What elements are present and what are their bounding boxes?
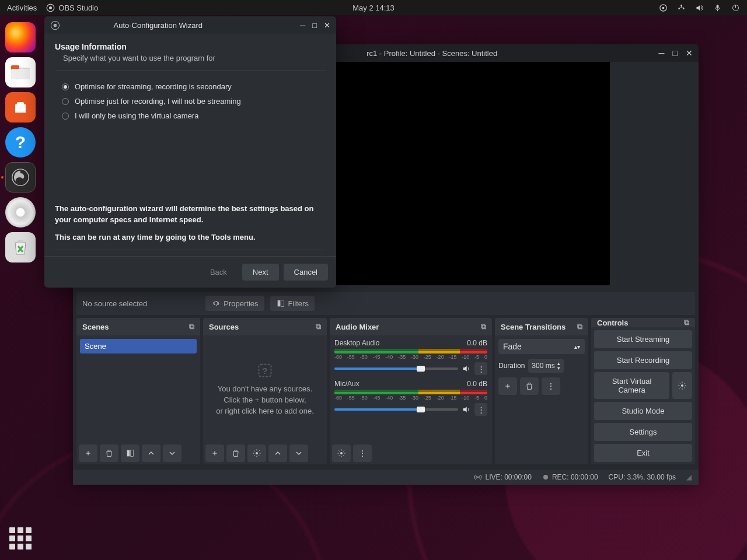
transition-value: Fade <box>503 342 522 351</box>
vcam-settings-button[interactable] <box>672 372 692 399</box>
dock-help[interactable]: ? <box>5 127 36 158</box>
topbar-app-name: OBS Studio <box>58 4 98 12</box>
mixer-menu-button[interactable]: ⋮ <box>353 444 372 462</box>
radio-dot-icon <box>62 98 69 105</box>
scene-filter-button[interactable] <box>121 444 139 462</box>
minimize-button[interactable]: ─ <box>300 21 305 30</box>
activities-button[interactable]: Activities <box>7 4 37 12</box>
obs-tray-icon[interactable] <box>659 4 668 12</box>
status-rec: REC: 00:00:00 <box>542 473 598 481</box>
svg-point-25 <box>54 23 57 27</box>
settings-button[interactable]: Settings <box>594 423 692 441</box>
source-down-button[interactable] <box>289 444 308 462</box>
popout-icon[interactable]: ⧉ <box>316 322 321 331</box>
speaker-icon[interactable] <box>462 364 471 373</box>
mixer-settings-button[interactable] <box>332 444 351 462</box>
chevron-down-icon <box>294 449 303 458</box>
radio-optimise-streaming[interactable]: Optimise for streaming, recording is sec… <box>55 79 326 94</box>
properties-label: Properties <box>224 299 258 308</box>
source-toolbar: No source selected Properties Filters <box>76 292 695 315</box>
mixer-title: Audio Mixer <box>336 323 379 331</box>
maximize-button[interactable]: □ <box>312 21 317 30</box>
duration-spinner[interactable]: 300 ms ▴▾ <box>528 359 563 373</box>
panel-icon <box>125 449 135 458</box>
network-icon[interactable] <box>677 4 686 12</box>
radio-virtual-camera[interactable]: I will only be using the virtual camera <box>55 108 326 123</box>
add-source-button[interactable]: ＋ <box>205 444 224 462</box>
minimize-button[interactable]: ─ <box>659 48 665 58</box>
studio-mode-button[interactable]: Studio Mode <box>594 402 692 420</box>
close-button[interactable]: ✕ <box>324 21 330 30</box>
topbar-app[interactable]: OBS Studio <box>46 4 98 12</box>
channel-level: 0.0 dB <box>467 380 487 388</box>
dock-software[interactable] <box>5 92 36 123</box>
vu-meter <box>334 349 487 354</box>
remove-source-button[interactable] <box>226 444 245 462</box>
mixer-channel-desktop: Desktop Audio0.0 dB -60-55-50-45-40-35-3… <box>332 338 490 379</box>
volume-slider[interactable] <box>334 368 458 370</box>
properties-button[interactable]: Properties <box>205 296 264 311</box>
wizard-title: Auto-Configuration Wizard <box>113 21 202 30</box>
dock-files[interactable] <box>5 57 36 88</box>
transition-menu-button[interactable]: ⋮ <box>542 377 560 395</box>
channel-menu-button[interactable]: ⋮ <box>474 403 487 416</box>
resize-grip[interactable]: ◢ <box>686 473 692 481</box>
transitions-title: Scene Transitions <box>501 323 566 331</box>
channel-level: 0.0 dB <box>467 339 487 347</box>
obs-icon <box>46 4 55 12</box>
scene-up-button[interactable] <box>142 444 160 462</box>
microphone-icon[interactable] <box>713 4 722 12</box>
vu-ticks: -60-55-50-45-40-35-30-25-20-15-10-50 <box>334 395 487 401</box>
speaker-icon[interactable] <box>462 405 471 414</box>
trash-icon <box>104 449 114 458</box>
maximize-button[interactable]: □ <box>673 48 678 58</box>
remove-transition-button[interactable] <box>520 377 539 395</box>
source-up-button[interactable] <box>268 444 287 462</box>
radio-optimise-recording[interactable]: Optimise just for recording, I will not … <box>55 94 326 108</box>
wizard-subheading: Specify what you want to use the program… <box>63 54 326 62</box>
popout-icon[interactable]: ⧉ <box>189 322 194 331</box>
transition-select[interactable]: Fade ▴▾ <box>498 339 585 354</box>
dock-disc[interactable] <box>5 197 36 228</box>
show-apps-button[interactable] <box>9 527 32 550</box>
svg-point-3 <box>662 6 665 9</box>
close-button[interactable]: ✕ <box>686 48 693 58</box>
gear-icon <box>678 381 687 390</box>
updown-icon: ▴▾ <box>557 361 560 370</box>
scene-down-button[interactable] <box>163 444 181 462</box>
start-virtual-camera-button[interactable]: Start Virtual Camera <box>594 372 669 399</box>
dock-firefox[interactable] <box>5 22 36 52</box>
cancel-button[interactable]: Cancel <box>284 264 328 281</box>
start-streaming-button[interactable]: Start Streaming <box>594 330 692 348</box>
start-recording-button[interactable]: Start Recording <box>594 351 692 369</box>
sources-empty[interactable]: ? You don't have any sources. Click the … <box>205 338 324 440</box>
svg-point-23 <box>543 475 548 480</box>
topbar-clock[interactable]: May 2 14:13 <box>352 4 395 12</box>
next-button[interactable]: Next <box>242 264 279 281</box>
filters-button[interactable]: Filters <box>270 296 315 311</box>
add-transition-button[interactable]: ＋ <box>498 377 517 395</box>
scene-item[interactable]: Scene <box>80 339 197 354</box>
wizard-note-1: The auto-configuration wizard will deter… <box>55 204 326 226</box>
vu-ticks: -60-55-50-45-40-35-30-25-20-15-10-50 <box>334 354 487 360</box>
popout-icon[interactable]: ⧉ <box>577 322 582 331</box>
channel-menu-button[interactable]: ⋮ <box>474 362 487 375</box>
add-scene-button[interactable]: ＋ <box>79 444 97 462</box>
svg-rect-16 <box>131 450 134 457</box>
gnome-topbar: Activities OBS Studio May 2 14:13 <box>0 0 747 15</box>
volume-slider[interactable] <box>334 408 458 411</box>
dock-trash[interactable] <box>5 232 36 262</box>
dock-obs[interactable] <box>5 162 36 192</box>
exit-button[interactable]: Exit <box>594 444 692 462</box>
radio-label: Optimise just for recording, I will not … <box>75 97 241 106</box>
volume-icon[interactable] <box>695 4 704 12</box>
remove-scene-button[interactable] <box>100 444 118 462</box>
status-cpu: CPU: 3.3%, 30.00 fps <box>609 473 676 481</box>
status-bar: LIVE: 00:00:00 REC: 00:00:00 CPU: 3.3%, … <box>73 470 699 485</box>
svg-point-21 <box>681 384 683 387</box>
popout-icon[interactable]: ⧉ <box>481 322 486 331</box>
svg-text:?: ? <box>262 366 267 376</box>
source-props-button[interactable] <box>247 444 266 462</box>
popout-icon[interactable]: ⧉ <box>684 318 689 327</box>
power-icon[interactable] <box>731 4 740 12</box>
